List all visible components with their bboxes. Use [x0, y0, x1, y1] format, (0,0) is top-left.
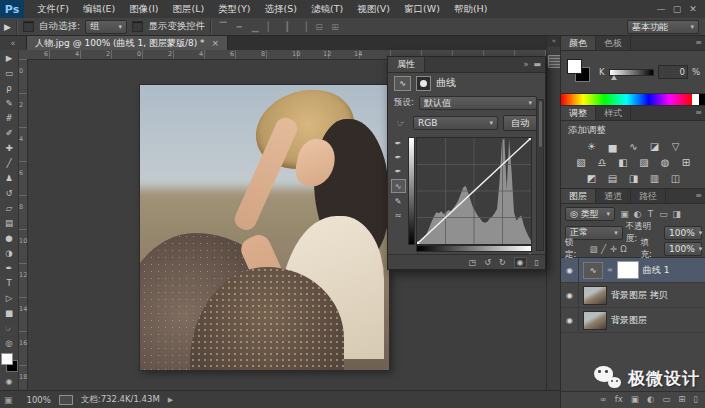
align-distribute-icon[interactable]: ━ [233, 22, 245, 32]
view-previous-state-icon[interactable]: ↺ [484, 258, 491, 267]
gradient-map-icon[interactable]: ▥ [648, 173, 662, 184]
color-spectrum-ramp[interactable] [561, 93, 705, 106]
hue-saturation-icon[interactable]: ▧ [574, 157, 588, 168]
type-tool[interactable]: T [0, 275, 18, 290]
layer-filter-dropdown[interactable]: ◎ 类型▾ [565, 207, 615, 221]
align-distribute-icon[interactable]: ⊟ [313, 22, 325, 32]
opacity-dropdown[interactable]: 100%▾ [664, 226, 702, 240]
panel-collapse-icon[interactable]: » [524, 57, 529, 72]
lock-position-icon[interactable]: ✛ [609, 244, 619, 254]
foreground-color-swatch[interactable] [1, 353, 13, 365]
auto-button[interactable]: 自动 [503, 115, 537, 131]
edit-curve-points-tool-icon[interactable]: ∿ [391, 179, 406, 193]
crop-tool[interactable]: # [0, 110, 18, 125]
curves-icon[interactable]: ∿ [627, 141, 641, 152]
align-distribute-icon[interactable]: ▏ [265, 22, 277, 32]
dodge-tool[interactable]: ◑ [0, 245, 18, 260]
channel-dropdown[interactable]: RGB▾ [413, 116, 498, 130]
marquee-tool[interactable]: ▭ [0, 65, 18, 80]
color-lookup-icon[interactable]: ⊞ [679, 157, 693, 168]
close-button[interactable]: ✕ [685, 4, 701, 14]
hand-tool[interactable]: ☞ [0, 320, 18, 335]
pen-tool[interactable]: ✒ [0, 260, 18, 275]
menu-item[interactable]: 编辑(E) [76, 0, 122, 18]
menu-item[interactable]: 窗口(W) [397, 0, 447, 18]
menu-item[interactable]: 图层(L) [166, 0, 212, 18]
canvas-image[interactable] [140, 85, 389, 370]
toggle-visibility-icon[interactable]: ◉ [514, 257, 527, 268]
exposure-icon[interactable]: ◪ [648, 141, 662, 152]
layer-row[interactable]: ◉∿∞曲线 1 [561, 258, 705, 283]
vibrance-icon[interactable]: ▽ [669, 141, 683, 152]
menu-item[interactable]: 类型(Y) [211, 0, 257, 18]
menu-item[interactable]: 选择(S) [257, 0, 303, 18]
curves-graph[interactable] [416, 137, 532, 245]
panel-minimize-icon[interactable]: ▬ [533, 57, 541, 72]
panel-menu-icon[interactable]: ≡ [695, 36, 702, 50]
layer-visibility-toggle[interactable]: ◉ [561, 283, 579, 307]
fill-dropdown[interactable]: 100%▾ [664, 242, 702, 256]
filter-pixel-layers-icon[interactable]: ▣ [618, 209, 631, 219]
blur-tool[interactable]: ● [0, 230, 18, 245]
posterize-icon[interactable]: ▤ [606, 173, 620, 184]
new-layer-icon[interactable]: ⊞ [678, 394, 685, 404]
k-slider-thumb[interactable] [611, 75, 617, 80]
layer-thumbnail[interactable] [583, 286, 607, 305]
properties-panel-dock-icon[interactable] [548, 55, 561, 68]
layer-visibility-toggle[interactable]: ◉ [561, 308, 579, 332]
white-point-eyedropper-icon[interactable]: ✒ [392, 165, 405, 177]
panel-foreground-swatch[interactable] [567, 59, 582, 74]
new-group-icon[interactable]: ▭ [662, 394, 670, 404]
gradient-tool[interactable]: ▤ [0, 215, 18, 230]
auto-select-checkbox[interactable] [23, 21, 34, 32]
tab-channels[interactable]: 通道 [596, 189, 631, 203]
draw-curve-pencil-tool-icon[interactable]: ✎ [392, 195, 405, 207]
spectrum-white-cell[interactable] [692, 94, 699, 105]
reset-adjustment-icon[interactable]: ↻ [499, 258, 506, 267]
tab-swatches[interactable]: 色板 [596, 36, 631, 50]
targeted-adjustment-tool-icon[interactable]: ☞ [394, 118, 408, 128]
link-layers-icon[interactable]: ∞ [600, 394, 607, 404]
curves-layer-thumbnail[interactable]: ∿ [583, 262, 603, 279]
color-balance-icon[interactable]: ♎ [595, 157, 609, 168]
workspace-dropdown[interactable]: 基本功能▾ [627, 20, 699, 34]
photo-filter-icon[interactable]: ▨ [637, 157, 651, 168]
delete-layer-icon[interactable]: ▯ [693, 394, 698, 404]
tab-color[interactable]: 颜色 [561, 36, 596, 50]
layer-row[interactable]: ◉背景图层 [561, 308, 705, 333]
layer-row[interactable]: ◉背景图层 拷贝 [561, 283, 705, 308]
minimize-button[interactable]: — [653, 4, 669, 14]
zoom-tool[interactable]: ◎ [0, 335, 18, 350]
brightness-contrast-icon[interactable]: ☀ [585, 141, 599, 152]
eraser-tool[interactable]: ▱ [0, 200, 18, 215]
history-brush-tool[interactable]: ↺ [0, 185, 18, 200]
workspace-switch-icon[interactable]: ▣ [4, 395, 13, 405]
tab-layers[interactable]: 图层 [561, 189, 596, 203]
add-mask-icon[interactable]: ▣ [631, 394, 639, 404]
panel-menu-icon[interactable]: ≡ [695, 189, 702, 203]
properties-scrollbar[interactable] [536, 99, 544, 251]
k-slider[interactable] [609, 69, 654, 76]
menu-item[interactable]: 视图(V) [350, 0, 397, 18]
lasso-tool[interactable]: ρ [0, 80, 18, 95]
align-distribute-icon[interactable]: ▔ [217, 22, 229, 32]
black-point-eyedropper-icon[interactable]: ✒ [392, 137, 405, 149]
align-distribute-icon[interactable]: ┃ [281, 22, 293, 32]
tab-properties[interactable]: 属性 [388, 57, 425, 72]
menu-item[interactable]: 帮助(H) [447, 0, 495, 18]
new-adjustment-layer-icon[interactable]: ◐ [647, 394, 654, 404]
eye-icon[interactable]: ◉ [566, 316, 573, 325]
shape-tool[interactable]: ■ [0, 305, 18, 320]
channel-mixer-icon[interactable]: ◍ [658, 157, 672, 168]
gray-point-eyedropper-icon[interactable]: ✒ [392, 151, 405, 163]
filter-smart-objects-icon[interactable]: ◨ [670, 209, 683, 219]
layer-mask-thumbnail[interactable] [617, 261, 639, 279]
filter-adjustment-layers-icon[interactable]: ◐ [631, 209, 644, 219]
path-selection-tool[interactable]: ▷ [0, 290, 18, 305]
quick-mask-button[interactable]: ◉ [0, 377, 18, 390]
k-value-field[interactable]: 0 [658, 65, 688, 79]
tab-styles[interactable]: 样式 [596, 106, 631, 120]
eye-icon[interactable]: ◉ [566, 291, 573, 300]
move-tool[interactable]: ▶ [0, 50, 18, 65]
threshold-icon[interactable]: ◨ [627, 173, 641, 184]
